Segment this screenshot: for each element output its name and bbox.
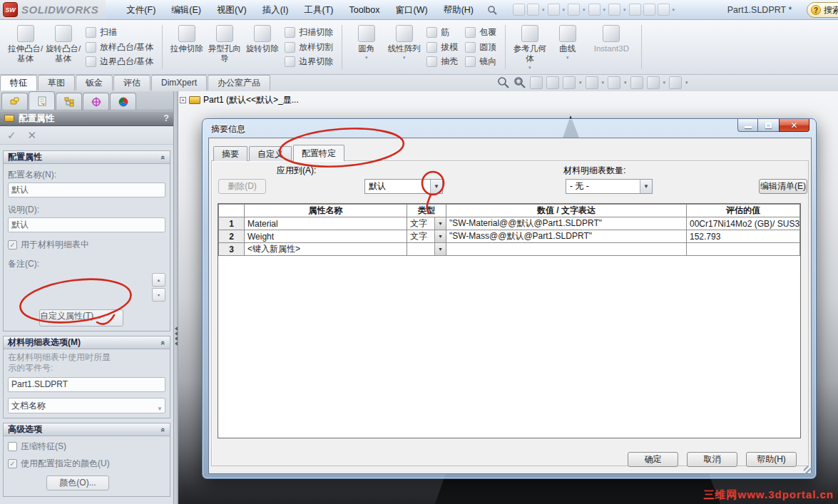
scroll-down-icon[interactable]: ▾	[152, 288, 165, 302]
panel-help-icon[interactable]: ?	[163, 113, 169, 123]
delete-button[interactable]: 删除(D)	[218, 179, 266, 194]
configuration-combo-arrow-icon[interactable]: ▼	[430, 180, 442, 193]
part-number-field[interactable]: Part1.SLDPRT	[8, 377, 165, 392]
boundary-boss-button[interactable]: 边界凸台/基体	[83, 54, 155, 69]
section-view-icon[interactable]	[563, 76, 576, 89]
edit-list-button[interactable]: 编辑清单(E)	[759, 179, 807, 194]
scene-dropdown-icon[interactable]: ▾	[685, 80, 688, 86]
comment-textarea[interactable]	[8, 273, 152, 304]
menu-file[interactable]: 文件(F)	[118, 0, 163, 20]
save-dropdown-icon[interactable]: ▾	[563, 7, 566, 13]
mirror-button[interactable]: 镜向	[463, 54, 499, 69]
zoom-fit-icon[interactable]	[497, 76, 510, 89]
property-manager-tab[interactable]	[29, 91, 55, 110]
previous-view-icon[interactable]	[530, 76, 543, 89]
custom-properties-button[interactable]: 自定义属性(T)...	[39, 309, 123, 326]
print-dropdown-icon[interactable]: ▾	[583, 7, 586, 13]
options-dropdown-icon[interactable]: ▾	[673, 7, 675, 13]
scene-icon[interactable]	[669, 76, 682, 89]
appearances-icon[interactable]	[647, 76, 660, 89]
property-name-cell[interactable]: Weight	[245, 230, 407, 243]
rebuild-icon[interactable]	[629, 4, 641, 16]
suppress-features-checkbox[interactable]	[8, 442, 17, 451]
tab-configuration-specific[interactable]: 配置特定	[293, 145, 344, 161]
sweep-button[interactable]: 扫描	[83, 25, 155, 40]
close-button[interactable]: ✕	[779, 119, 809, 132]
collapse-chevron-icon[interactable]: «	[159, 340, 168, 344]
shadows-icon[interactable]	[630, 76, 643, 89]
minimize-button[interactable]	[737, 119, 758, 132]
reference-dropdown-icon[interactable]: ▾	[528, 65, 531, 71]
property-type-cell[interactable]: 文字▼	[407, 217, 446, 230]
resize-grip[interactable]	[804, 466, 813, 475]
color-button[interactable]: 颜色(O)...	[46, 475, 109, 490]
bom-checkbox[interactable]: ✓	[8, 240, 17, 250]
property-expression-cell[interactable]: "SW-Material@@默认@Part1.SLDPRT"	[446, 217, 687, 230]
tab-custom[interactable]: 自定义	[249, 146, 292, 161]
menu-help[interactable]: 帮助(H)	[436, 0, 481, 20]
rib-button[interactable]: 筋	[424, 25, 460, 40]
cancel-icon[interactable]: ✕	[28, 129, 37, 142]
ok-button[interactable]: 确定	[628, 452, 678, 467]
tab-sheet-metal[interactable]: 钣金	[76, 75, 113, 91]
tab-evaluate[interactable]: 评估	[113, 75, 150, 91]
display-style-icon[interactable]	[608, 76, 620, 89]
menu-insert[interactable]: 插入(I)	[255, 0, 297, 20]
display-style-dropdown-icon[interactable]: ▾	[624, 80, 627, 86]
fillet-button[interactable]: 圆角 ▾	[347, 22, 385, 72]
collapse-chevron-icon[interactable]: «	[159, 427, 168, 431]
property-expression-cell[interactable]	[446, 243, 687, 256]
sweep-cut-button[interactable]: 扫描切除	[282, 25, 335, 40]
configuration-manager-tab[interactable]	[56, 93, 82, 110]
appearances-dropdown-icon[interactable]: ▾	[663, 80, 666, 86]
dome-button[interactable]: 圆顶	[463, 40, 499, 55]
bom-quantity-combo-arrow-icon[interactable]: ▼	[640, 180, 652, 193]
revolve-boss-button[interactable]: 旋转凸台/基体	[44, 22, 82, 72]
new-document-icon[interactable]	[513, 4, 525, 16]
curves-dropdown-icon[interactable]: ▾	[566, 55, 569, 61]
shell-button[interactable]: 抽壳	[424, 54, 460, 69]
menu-toolbox[interactable]: Toolbox	[341, 0, 387, 20]
loft-cut-button[interactable]: 放样切割	[282, 40, 335, 55]
configuration-combo[interactable]: 默认 ▼	[364, 179, 443, 194]
menu-edit[interactable]: 编辑(E)	[163, 0, 209, 20]
linear-pattern-button[interactable]: 线性阵列 ▾	[385, 22, 423, 72]
zoom-area-icon[interactable]	[513, 76, 526, 89]
save-icon[interactable]	[548, 4, 560, 16]
type-dropdown-icon[interactable]: ▼	[434, 230, 446, 242]
tab-dimxpert[interactable]: DimXpert	[151, 75, 207, 91]
property-type-cell[interactable]: ▼	[407, 243, 446, 256]
extrude-cut-button[interactable]: 拉伸切除	[168, 22, 205, 72]
wrap-button[interactable]: 包覆	[463, 25, 499, 40]
print-icon[interactable]	[568, 4, 580, 16]
property-type-cell[interactable]: 文字▼	[407, 230, 446, 243]
search-button[interactable]: ? 搜索	[807, 2, 838, 18]
splitter-handle-icon[interactable]	[174, 326, 178, 346]
instant3d-button[interactable]: Instant3D	[586, 22, 636, 72]
accept-icon[interactable]: ✓	[7, 129, 16, 142]
open-icon[interactable]	[527, 4, 539, 16]
tab-summary[interactable]: 摘要	[213, 146, 247, 161]
undo-icon[interactable]	[588, 4, 601, 16]
collapse-chevron-icon[interactable]: «	[159, 155, 168, 159]
cancel-button[interactable]: 取消	[687, 452, 737, 467]
reference-geometry-button[interactable]: 参考几何体 ▾	[511, 22, 548, 72]
help-button[interactable]: 帮助(H)	[746, 452, 797, 467]
loft-button[interactable]: 放样凸台/基体	[83, 40, 155, 55]
maximize-button[interactable]	[758, 119, 779, 132]
tab-sketch[interactable]: 草图	[38, 75, 75, 91]
fillet-dropdown-icon[interactable]: ▾	[365, 55, 368, 61]
hole-wizard-button[interactable]: 异型孔向导	[205, 22, 243, 72]
quick-search-icon[interactable]	[487, 5, 497, 15]
tab-features[interactable]: 特征	[0, 75, 37, 91]
property-expression-cell[interactable]: "SW-Mass@@默认@Part1.SLDPRT"	[446, 230, 687, 243]
view-orientation-icon[interactable]	[586, 76, 598, 89]
select-icon[interactable]	[608, 4, 620, 16]
display-manager-tab[interactable]	[110, 93, 136, 110]
orientation-dropdown-icon[interactable]: ▾	[602, 80, 605, 86]
type-dropdown-icon[interactable]: ▼	[434, 243, 446, 255]
open-dropdown-icon[interactable]: ▾	[542, 7, 545, 13]
rotate-view-icon[interactable]	[546, 76, 559, 89]
pattern-dropdown-icon[interactable]: ▾	[403, 55, 406, 61]
menu-tools[interactable]: 工具(T)	[296, 0, 341, 20]
